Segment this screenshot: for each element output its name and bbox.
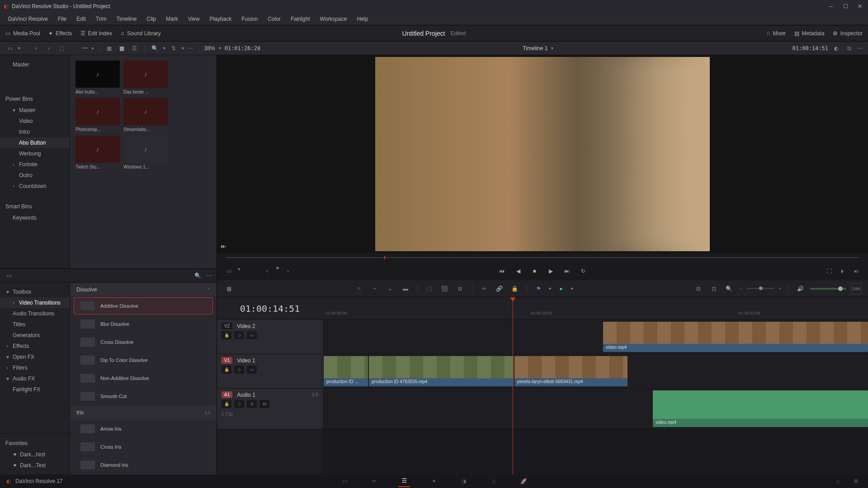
timeline-clip-a1[interactable]: video.mp4 [653, 390, 868, 427]
track-lane-v2[interactable]: video.mp4 [323, 320, 868, 354]
zoom-fit-icon[interactable]: ⊡ [708, 283, 719, 294]
volume-slider[interactable] [810, 288, 846, 290]
menu-edit[interactable]: Edit [72, 14, 90, 24]
bin-list-toggle[interactable]: ▭ [5, 44, 14, 53]
fx-search-icon[interactable]: 🔍 [193, 271, 202, 280]
blade-tool[interactable]: ▬ [400, 283, 411, 294]
dual-viewer-icon[interactable]: ⧉ [844, 44, 854, 53]
fusion-page-button[interactable]: ✦ [428, 475, 440, 487]
track-lock-v1[interactable]: 🔒 [222, 366, 231, 374]
menu-timeline[interactable]: Timeline [112, 14, 141, 24]
playhead[interactable] [513, 297, 513, 474]
track-header-a1[interactable]: A1 Audio 1 2.0 🔒 ◇ S M 1 Clip [217, 389, 323, 429]
close-button[interactable]: ✕ [855, 2, 864, 11]
selection-tool[interactable]: ↖ [354, 283, 365, 294]
menu-clip[interactable]: Clip [142, 14, 160, 24]
track-enable-v1[interactable]: ▭ [247, 366, 257, 374]
bin-countdown[interactable]: ›Countdown [0, 181, 70, 192]
mixer-toggle[interactable]: ⎍ Mixer [767, 30, 786, 37]
menu-davinci[interactable]: DaVinci Resolve [4, 14, 52, 24]
fx-dip-color-dissolve[interactable]: Dip To Color Dissolve [74, 352, 213, 369]
fullscreen-icon[interactable]: ⛶ [825, 267, 834, 276]
replace-clip-icon[interactable]: ⧉ [455, 283, 466, 294]
bin-abo-button[interactable]: Abo Button [0, 137, 70, 148]
clip-thumb[interactable]: ♪Photoshop... [75, 98, 120, 132]
menu-view[interactable]: View [184, 14, 204, 24]
view-filmstrip-icon[interactable]: ▦ [105, 44, 114, 53]
track-solo-a1[interactable]: S [247, 400, 257, 408]
track-lane-v1[interactable]: production ID ... production ID 4763035.… [323, 354, 868, 389]
loop-button[interactable]: ↻ [578, 266, 588, 276]
search-icon[interactable]: 🔍 [151, 44, 160, 53]
track-header-v2[interactable]: V2 Video 2 🔒 ◇ ▭ [217, 320, 323, 354]
view-list-icon[interactable]: ☰ [130, 44, 139, 53]
home-button[interactable]: ⌂ [832, 475, 844, 487]
overwrite-clip-icon[interactable]: ⬛ [439, 283, 450, 294]
master-bin[interactable]: Master [0, 59, 70, 70]
program-viewer[interactable]: ⏭ [217, 55, 868, 253]
fx-non-additive-dissolve[interactable]: Non-Additive Dissolve [74, 370, 213, 387]
fx-cross-iris[interactable]: Cross Iris [74, 438, 213, 455]
timeline-name[interactable]: Timeline 1 [523, 45, 547, 52]
match-frame-icon[interactable]: ⏭ [221, 243, 226, 249]
power-bins-header[interactable]: Power Bins [0, 93, 70, 105]
metadata-toggle[interactable]: ▤ Metadata [794, 30, 825, 37]
inspector-toggle[interactable]: ⚙ Inspector [833, 30, 863, 37]
media-page-button[interactable]: ▭ [339, 475, 350, 487]
timeline-timecode[interactable]: 01:00:14:51 [217, 297, 323, 320]
smart-bins-header[interactable]: Smart Bins [0, 201, 70, 212]
trim-tool[interactable]: ⫟ [369, 283, 380, 294]
stop-button[interactable]: ■ [529, 266, 539, 276]
lock-icon[interactable]: 🔒 [509, 283, 520, 294]
fx-fairlightfx[interactable]: Fairlight FX [0, 384, 70, 395]
track-lock-a1[interactable]: 🔒 [222, 400, 231, 408]
sound-library-toggle[interactable]: ♫ Sound Library [120, 30, 161, 37]
go-first-button[interactable]: ⏮ [497, 266, 507, 276]
source-zoom[interactable]: 38% [204, 45, 215, 52]
clip-thumb[interactable]: ♪Das beste ... [123, 61, 168, 94]
fx-audio-transitions[interactable]: Audio Transitions [0, 308, 70, 319]
bin-video[interactable]: Video [0, 116, 70, 127]
nav-back-button[interactable]: ‹ [32, 44, 41, 53]
dim-button[interactable]: DIM [851, 283, 862, 294]
timeline-clip-v1-3[interactable]: pexels-taryn-elliott-5683431.mp4 [514, 356, 627, 386]
track-auto-select-v2[interactable]: ◇ [234, 331, 244, 339]
marker-icon[interactable]: ● [556, 283, 566, 294]
fx-arrow-iris[interactable]: Arrow Iris [74, 420, 213, 437]
fx-filters[interactable]: ›Filters [0, 362, 70, 373]
favorite-2[interactable]: ✦Dark...Text [0, 460, 70, 471]
bin-fortnite[interactable]: ›Fortnite [0, 159, 70, 170]
menu-file[interactable]: File [53, 14, 71, 24]
nav-fwd-button[interactable]: › [44, 44, 53, 53]
fx-audiofx[interactable]: ▾Audio FX [0, 373, 70, 384]
timeline-dropdown-icon[interactable]: ▾ [551, 46, 553, 51]
prev-edit-icon[interactable]: ‹ [263, 267, 272, 276]
fx-blur-dissolve[interactable]: Blur Dissolve [74, 315, 213, 333]
bin-werbung[interactable]: Werbung [0, 148, 70, 159]
chevron-down-icon[interactable]: ▾ [18, 46, 20, 51]
fx-panel-toggle-icon[interactable]: ▭ [5, 271, 14, 280]
edit-index-toggle[interactable]: ☰ Edit Index [80, 30, 112, 37]
effects-toggle[interactable]: ✦ Effects [48, 30, 72, 37]
timeline-canvas[interactable]: 01:00:00:00 01:00:16:00 01:00:32:00 vide… [323, 297, 868, 474]
favorite-1[interactable]: ✦Dark...hird [0, 449, 70, 460]
play-around-icon[interactable]: ⏵ [838, 267, 847, 276]
menu-mark[interactable]: Mark [161, 14, 183, 24]
fx-toolbox[interactable]: ▾Toolbox [0, 286, 70, 297]
dynamic-trim-tool[interactable]: ⫠ [385, 283, 396, 294]
timeline-clip-v1-2[interactable]: production ID 4763035.mp4 [369, 356, 514, 386]
clip-thumb[interactable]: ♪Abo butto... [75, 61, 120, 94]
deliver-page-button[interactable]: 🚀 [518, 475, 529, 487]
track-auto-select-a1[interactable]: ◇ [234, 400, 244, 408]
fx-titles[interactable]: Titles [0, 319, 70, 330]
fx-smooth-cut[interactable]: Smooth Cut [74, 388, 213, 405]
viewer-scrubber[interactable] [217, 253, 868, 262]
mute-icon[interactable]: 🔊 [795, 283, 806, 294]
media-pool-toggle[interactable]: ▭ Media Pool [5, 30, 40, 37]
fx-video-transitions[interactable]: ›Video Transitions [0, 297, 70, 308]
import-icon[interactable]: ⬚ [57, 44, 66, 53]
bypass-grade-icon[interactable]: ◐ [832, 44, 841, 53]
go-end-icon[interactable]: ⏯ [852, 267, 861, 276]
next-edit-icon[interactable]: › [283, 267, 292, 276]
timeline-view-options-icon[interactable]: ▦ [223, 283, 234, 294]
